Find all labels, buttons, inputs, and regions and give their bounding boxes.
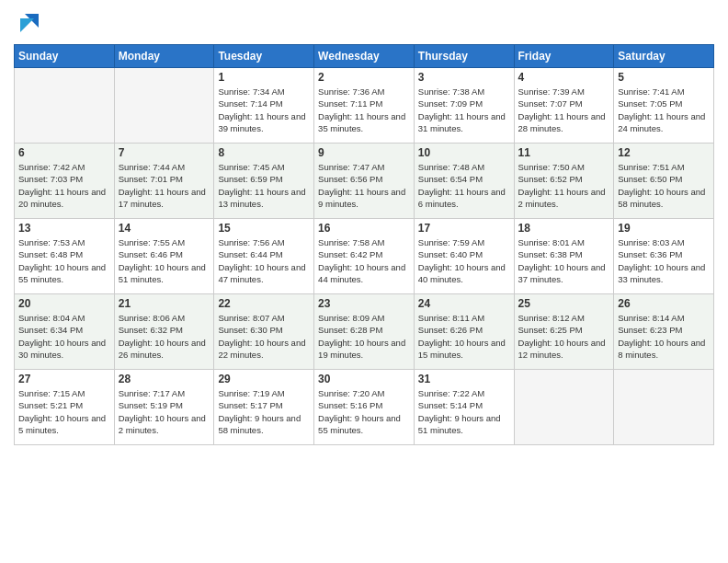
sunrise-text: Sunrise: 8:14 AM [618,313,684,323]
sunset-text: Sunset: 7:14 PM [218,98,282,109]
day-number: 1 [218,71,310,84]
day-number: 29 [218,373,310,385]
calendar-cell: 17Sunrise: 7:59 AMSunset: 6:40 PMDayligh… [414,219,514,294]
day-number: 27 [18,373,110,385]
daylight-text: Daylight: 11 hours and 13 minutes. [218,187,305,209]
sunrise-text: Sunrise: 7:50 AM [518,162,585,172]
sunrise-text: Sunrise: 7:42 AM [18,162,85,172]
calendar-header-tuesday: Tuesday [214,45,314,68]
calendar-header-row: SundayMondayTuesdayWednesdayThursdayFrid… [15,45,714,68]
sunrise-text: Sunrise: 7:45 AM [218,162,284,172]
calendar-cell: 31Sunrise: 7:22 AMSunset: 5:14 PMDayligh… [414,370,514,445]
day-info: Sunrise: 7:39 AMSunset: 7:07 PMDaylight:… [518,86,610,134]
day-info: Sunrise: 7:41 AMSunset: 7:05 PMDaylight:… [618,86,710,134]
svg-marker-1 [20,18,34,32]
calendar-week-row: 13Sunrise: 7:53 AMSunset: 6:48 PMDayligh… [15,219,714,294]
daylight-text: Daylight: 11 hours and 6 minutes. [418,187,506,209]
day-number: 23 [318,297,410,310]
calendar-cell: 5Sunrise: 7:41 AMSunset: 7:05 PMDaylight… [614,68,714,144]
day-number: 21 [119,297,210,310]
day-info: Sunrise: 7:55 AMSunset: 6:46 PMDaylight:… [119,236,210,285]
sunset-text: Sunset: 7:03 PM [18,174,83,184]
calendar-week-row: 20Sunrise: 8:04 AMSunset: 6:34 PMDayligh… [15,294,714,370]
calendar-cell: 22Sunrise: 8:07 AMSunset: 6:30 PMDayligh… [214,294,314,370]
sunset-text: Sunset: 6:52 PM [518,174,583,184]
sunrise-text: Sunrise: 7:51 AM [618,162,684,172]
sunrise-text: Sunrise: 8:07 AM [218,313,284,323]
calendar-cell: 25Sunrise: 8:12 AMSunset: 6:25 PMDayligh… [514,294,614,370]
calendar-header-thursday: Thursday [414,45,514,68]
day-number: 30 [318,373,410,385]
calendar-cell: 28Sunrise: 7:17 AMSunset: 5:19 PMDayligh… [114,370,214,445]
daylight-text: Daylight: 10 hours and 12 minutes. [518,338,606,360]
daylight-text: Daylight: 11 hours and 20 minutes. [18,187,106,209]
day-number: 15 [218,222,310,235]
day-info: Sunrise: 8:06 AMSunset: 6:32 PMDaylight:… [119,312,210,361]
day-number: 3 [418,71,510,84]
day-info: Sunrise: 7:51 AMSunset: 6:50 PMDaylight:… [618,161,710,210]
sunrise-text: Sunrise: 7:17 AM [119,388,185,398]
daylight-text: Daylight: 11 hours and 35 minutes. [318,111,405,133]
sunset-text: Sunset: 6:59 PM [218,174,282,184]
sunrise-text: Sunrise: 8:11 AM [418,313,484,323]
day-number: 9 [318,146,410,159]
calendar-cell [114,68,214,144]
calendar-cell: 16Sunrise: 7:58 AMSunset: 6:42 PMDayligh… [314,219,415,294]
calendar-cell: 9Sunrise: 7:47 AMSunset: 6:56 PMDaylight… [314,144,415,219]
sunset-text: Sunset: 6:50 PM [618,174,682,184]
sunset-text: Sunset: 5:14 PM [418,400,483,410]
sunrise-text: Sunrise: 7:56 AM [218,237,284,247]
day-number: 2 [318,71,410,84]
calendar-cell: 21Sunrise: 8:06 AMSunset: 6:32 PMDayligh… [114,294,214,370]
day-info: Sunrise: 7:20 AMSunset: 5:16 PMDaylight:… [318,387,410,436]
day-info: Sunrise: 7:48 AMSunset: 6:54 PMDaylight:… [418,161,510,210]
daylight-text: Daylight: 11 hours and 24 minutes. [618,111,705,133]
daylight-text: Daylight: 10 hours and 19 minutes. [318,338,405,360]
page: SundayMondayTuesdayWednesdayThursdayFrid… [0,0,728,563]
sunset-text: Sunset: 7:01 PM [119,174,183,184]
sunset-text: Sunset: 6:30 PM [218,325,282,335]
day-number: 4 [518,71,610,84]
sunset-text: Sunset: 6:48 PM [18,249,83,259]
day-info: Sunrise: 7:22 AMSunset: 5:14 PMDaylight:… [418,387,510,436]
day-number: 22 [218,297,310,310]
calendar-cell: 30Sunrise: 7:20 AMSunset: 5:16 PMDayligh… [314,370,415,445]
sunrise-text: Sunrise: 8:09 AM [318,313,384,323]
sunset-text: Sunset: 6:54 PM [418,174,483,184]
day-info: Sunrise: 8:12 AMSunset: 6:25 PMDaylight:… [518,312,610,361]
daylight-text: Daylight: 10 hours and 5 minutes. [18,413,106,435]
day-number: 8 [218,146,310,159]
day-number: 11 [518,146,610,159]
day-info: Sunrise: 7:53 AMSunset: 6:48 PMDaylight:… [18,236,110,285]
day-number: 26 [618,297,710,310]
day-number: 5 [618,71,710,84]
daylight-text: Daylight: 10 hours and 47 minutes. [218,262,305,284]
calendar-cell: 6Sunrise: 7:42 AMSunset: 7:03 PMDaylight… [15,144,115,219]
day-number: 16 [318,222,410,235]
sunset-text: Sunset: 6:40 PM [418,249,483,259]
daylight-text: Daylight: 10 hours and 44 minutes. [318,262,405,284]
sunset-text: Sunset: 6:38 PM [518,249,583,259]
day-info: Sunrise: 7:36 AMSunset: 7:11 PMDaylight:… [318,86,410,134]
day-info: Sunrise: 7:58 AMSunset: 6:42 PMDaylight:… [318,236,410,285]
daylight-text: Daylight: 9 hours and 55 minutes. [318,413,401,435]
calendar-header-wednesday: Wednesday [314,45,415,68]
day-info: Sunrise: 8:03 AMSunset: 6:36 PMDaylight:… [618,236,710,285]
sunrise-text: Sunrise: 7:39 AM [518,86,585,97]
sunrise-text: Sunrise: 8:06 AM [119,313,185,323]
sunrise-text: Sunrise: 8:04 AM [18,313,85,323]
sunset-text: Sunset: 5:19 PM [119,400,183,410]
logo-icon [16,9,43,37]
day-info: Sunrise: 7:59 AMSunset: 6:40 PMDaylight:… [418,236,510,285]
calendar-cell: 8Sunrise: 7:45 AMSunset: 6:59 PMDaylight… [214,144,314,219]
sunset-text: Sunset: 6:26 PM [418,325,483,335]
calendar-cell: 24Sunrise: 8:11 AMSunset: 6:26 PMDayligh… [414,294,514,370]
calendar-cell: 13Sunrise: 7:53 AMSunset: 6:48 PMDayligh… [15,219,115,294]
sunrise-text: Sunrise: 7:59 AM [418,237,484,247]
sunrise-text: Sunrise: 7:38 AM [418,86,484,97]
calendar-cell: 23Sunrise: 8:09 AMSunset: 6:28 PMDayligh… [314,294,415,370]
sunset-text: Sunset: 6:32 PM [119,325,183,335]
calendar-cell: 20Sunrise: 8:04 AMSunset: 6:34 PMDayligh… [15,294,115,370]
calendar-week-row: 1Sunrise: 7:34 AMSunset: 7:14 PMDaylight… [15,68,714,144]
sunrise-text: Sunrise: 7:58 AM [318,237,384,247]
